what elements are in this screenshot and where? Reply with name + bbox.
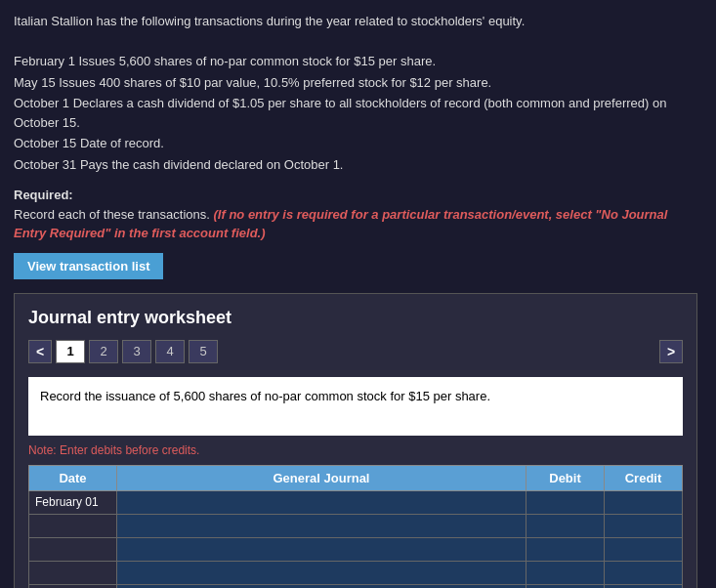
transaction-4: October 15 Date of record. xyxy=(14,134,702,153)
credit-input-3[interactable] xyxy=(605,538,682,561)
tab-4[interactable]: 4 xyxy=(155,340,185,363)
transaction-2: May 15 Issues 400 shares of $10 par valu… xyxy=(14,73,702,93)
debit-input-5[interactable] xyxy=(526,585,604,589)
tab-prev-arrow[interactable]: < xyxy=(28,340,52,363)
intro-opening: Italian Stallion has the following trans… xyxy=(14,12,702,31)
tab-5[interactable]: 5 xyxy=(189,340,218,363)
journal-input-2[interactable] xyxy=(117,515,526,537)
col-general-journal: General Journal xyxy=(117,465,526,490)
journal-cell-4[interactable] xyxy=(117,561,526,584)
debit-input-3[interactable] xyxy=(526,538,604,561)
transaction-5: October 31 Pays the cash dividend declar… xyxy=(14,155,702,175)
note-text: Note: Enter debits before credits. xyxy=(28,443,683,457)
transaction-1: February 1 Issues 5,600 shares of no-par… xyxy=(14,52,702,71)
date-cell-5 xyxy=(29,584,117,588)
tab-1[interactable]: 1 xyxy=(56,340,85,363)
worksheet-title: Journal entry worksheet xyxy=(28,308,683,328)
record-description: Record the issuance of 5,600 shares of n… xyxy=(28,377,683,436)
debit-input-4[interactable] xyxy=(526,562,604,584)
debit-input-2[interactable] xyxy=(526,515,604,537)
date-cell-3 xyxy=(29,537,117,561)
col-credit: Credit xyxy=(605,465,683,490)
journal-cell-5[interactable] xyxy=(117,584,526,588)
col-debit: Debit xyxy=(526,465,605,490)
debit-cell-1[interactable] xyxy=(526,490,605,514)
required-body: Record each of these transactions. xyxy=(14,207,210,222)
intro-section: Italian Stallion has the following trans… xyxy=(14,12,702,174)
table-row xyxy=(29,584,683,588)
debit-cell-5[interactable] xyxy=(526,584,605,588)
table-row xyxy=(29,537,683,561)
required-section: Required: Record each of these transacti… xyxy=(14,186,702,243)
table-row xyxy=(29,514,683,537)
table-row: February 01 xyxy=(29,490,683,514)
credit-input-2[interactable] xyxy=(605,515,682,537)
debit-input-1[interactable] xyxy=(526,491,604,514)
journal-entry-worksheet: Journal entry worksheet < 1 2 3 4 5 > Re… xyxy=(14,293,697,589)
credit-input-4[interactable] xyxy=(605,562,682,584)
credit-input-1[interactable] xyxy=(605,491,682,514)
journal-cell-2[interactable] xyxy=(117,514,526,537)
journal-input-4[interactable] xyxy=(117,562,526,584)
journal-input-1[interactable] xyxy=(117,491,526,514)
credit-cell-5[interactable] xyxy=(605,584,683,588)
date-cell-2 xyxy=(29,514,117,537)
credit-input-5[interactable] xyxy=(605,585,682,589)
required-label: Required: xyxy=(14,188,73,202)
transaction-3: October 1 Declares a cash dividend of $1… xyxy=(14,94,702,132)
credit-cell-4[interactable] xyxy=(605,561,683,584)
journal-input-5[interactable] xyxy=(117,585,526,589)
debit-cell-3[interactable] xyxy=(526,537,605,561)
credit-cell-3[interactable] xyxy=(605,537,683,561)
debit-cell-4[interactable] xyxy=(526,561,605,584)
journal-input-3[interactable] xyxy=(117,538,526,561)
tab-2[interactable]: 2 xyxy=(89,340,118,363)
journal-cell-3[interactable] xyxy=(117,537,526,561)
required-text: Required: Record each of these transacti… xyxy=(14,186,702,243)
view-transaction-button[interactable]: View transaction list xyxy=(14,253,163,279)
journal-table: Date General Journal Debit Credit Februa… xyxy=(28,465,683,589)
col-date: Date xyxy=(29,465,117,490)
credit-cell-1[interactable] xyxy=(605,490,683,514)
debit-cell-2[interactable] xyxy=(526,514,605,537)
credit-cell-2[interactable] xyxy=(605,514,683,537)
journal-cell-1[interactable] xyxy=(117,490,526,514)
tab-next-arrow[interactable]: > xyxy=(659,340,683,363)
tab-navigation: < 1 2 3 4 5 > xyxy=(28,340,683,363)
date-cell-4 xyxy=(29,561,117,584)
date-cell-1: February 01 xyxy=(29,490,117,514)
table-row xyxy=(29,561,683,584)
tab-3[interactable]: 3 xyxy=(122,340,151,363)
